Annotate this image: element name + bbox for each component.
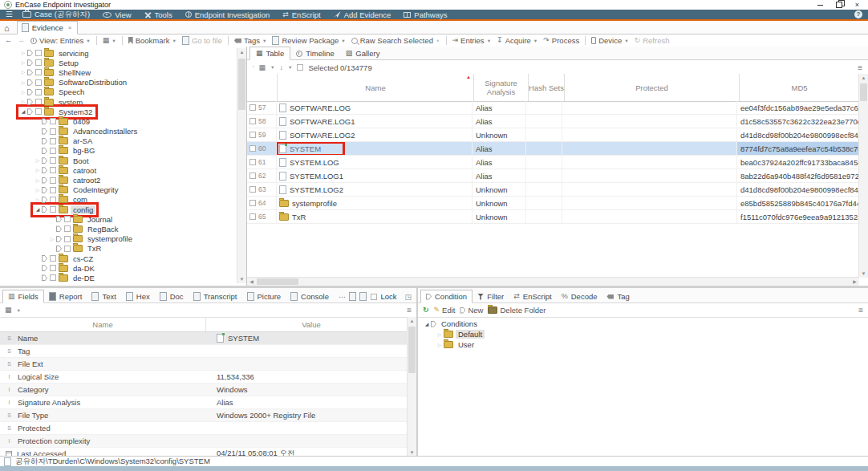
toolbar-view-entries-button[interactable]: View: Entries▼ [30, 36, 91, 45]
tree-checkbox[interactable] [50, 197, 56, 203]
table-row[interactable]: 58SOFTWARE.LOG1Aliasd1c58c53557c3622c322… [247, 115, 859, 128]
tab-hex[interactable]: Hex [121, 290, 155, 302]
toolbar-back-arrow-icon[interactable]: ← [5, 37, 12, 44]
chevron-down-icon[interactable]: ▼ [533, 39, 537, 43]
tree-item-bg-bg[interactable]: bg-BG [0, 146, 236, 156]
tab-enscript[interactable]: ⇄EnScript [509, 290, 556, 302]
tree-checkbox[interactable] [50, 138, 56, 144]
set-include-icon[interactable] [27, 79, 33, 86]
collapse-icon[interactable]: ◢ [34, 206, 42, 213]
set-include-icon[interactable] [42, 187, 47, 193]
set-include-icon[interactable] [42, 148, 47, 154]
tree-vertical-scrollbar[interactable]: ▲ ▼ [237, 48, 246, 283]
expand-icon[interactable]: ▷ [34, 187, 42, 193]
toolbar-refresh-button[interactable]: ↻Refresh [635, 36, 670, 45]
tree-checkbox[interactable] [35, 108, 42, 115]
expand-icon[interactable]: ▷ [19, 50, 27, 56]
tree-checkbox[interactable] [50, 177, 56, 184]
table-row[interactable]: 64systemprofileUnknowne85bd58525889b845c… [247, 197, 859, 210]
set-include-icon[interactable] [42, 265, 47, 271]
field-row-logical-size[interactable]: ILogical Size11,534,336 [0, 371, 416, 384]
field-row-category[interactable]: ICategoryWindows [0, 384, 416, 396]
tree-item-ar-sa[interactable]: ar-SA [0, 136, 236, 146]
toolbar-go-to-file-button[interactable]: Go to file [182, 36, 222, 45]
set-include-icon[interactable] [42, 128, 47, 135]
tree-checkbox[interactable] [50, 128, 56, 135]
tree-checkbox[interactable] [35, 79, 42, 86]
set-include-icon[interactable] [27, 99, 33, 105]
expand-icon[interactable]: ▷ [19, 59, 27, 66]
expand-icon[interactable]: ▷ [436, 342, 444, 348]
tab-tag[interactable]: Tag [602, 290, 634, 302]
column-header-signature-analysis[interactable]: Signature Analysis [474, 74, 529, 101]
refresh-icon[interactable]: ↻ [423, 307, 429, 314]
scroll-up-icon[interactable]: ▲ [859, 74, 868, 82]
toolbar-entries-button[interactable]: ⇥Entries▼ [452, 36, 492, 45]
table-row[interactable]: 57SOFTWARE.LOGAliasee04f3fdc156ab89ae29e… [247, 101, 859, 115]
field-row-file-type[interactable]: SFile TypeWindows 2000+ Registry File [0, 409, 416, 422]
fields-column-name[interactable]: Name [0, 318, 206, 331]
tree-checkbox[interactable] [50, 206, 56, 213]
toolbar-layout-icon-button[interactable]: ▦▼ [103, 37, 116, 44]
set-include-icon[interactable] [42, 138, 47, 144]
toolbar-raw-search-selected-button[interactable]: Raw Search Selected▼ [351, 36, 440, 45]
row-checkbox[interactable] [249, 132, 256, 138]
field-row-signature-analysis[interactable]: ISignature AnalysisAlias [0, 396, 416, 409]
tab-condition[interactable]: Condition [420, 290, 473, 303]
tree-item-catroot2[interactable]: ▷catroot2 [0, 175, 236, 185]
column-header-protected[interactable]: Protected [565, 74, 740, 101]
tree-item-systemprofile[interactable]: ▷systemprofile [0, 234, 236, 244]
menu-item-view[interactable]: View [103, 10, 131, 19]
tree-checkbox[interactable] [50, 255, 56, 262]
tab-text[interactable]: Text [87, 290, 120, 302]
menu-item-tools[interactable]: Tools [144, 10, 172, 19]
table-horizontal-scrollbar[interactable]: ◀ ▶ [247, 277, 859, 286]
tree-item-config[interactable]: ◢config [0, 205, 236, 214]
lock-checkbox[interactable] [371, 294, 377, 300]
splitter-pin-icon[interactable]: ' [253, 64, 254, 71]
tree-item-system[interactable]: ▷system [0, 97, 236, 107]
column-header-name[interactable]: Name ▲ [278, 74, 474, 101]
set-include-icon[interactable] [42, 274, 47, 281]
home-icon[interactable]: ⌂ [4, 23, 10, 33]
set-include-icon[interactable] [27, 108, 33, 115]
chevron-down-icon[interactable]: ▼ [270, 65, 274, 70]
set-include-icon[interactable] [56, 216, 62, 222]
set-include-icon[interactable] [27, 89, 33, 95]
toolbar-forward-arrow-icon[interactable]: → [18, 37, 25, 44]
tree-item-servicing[interactable]: ▷servicing [0, 48, 236, 58]
set-include-icon[interactable] [27, 59, 33, 66]
delete-folder-button[interactable]: Delete Folder [488, 306, 546, 315]
tree-checkbox[interactable] [50, 118, 56, 124]
scroll-up-icon[interactable]: ▲ [408, 317, 416, 325]
field-row-file-ext[interactable]: SFile Ext [0, 358, 416, 371]
select-all-checkbox[interactable] [297, 64, 303, 71]
expand-icon[interactable]: ▷ [436, 331, 444, 338]
table-scroll-thumb[interactable] [860, 83, 867, 101]
panel-menu-icon[interactable]: ≡ [858, 63, 862, 72]
tree-checkbox[interactable] [35, 59, 42, 66]
tree-scroll-thumb[interactable] [238, 59, 245, 110]
row-checkbox[interactable] [249, 118, 256, 124]
tree-checkbox[interactable] [50, 265, 56, 271]
tab-close-icon[interactable]: × [68, 24, 72, 31]
tab-timeline[interactable]: Timeline [290, 47, 340, 59]
table-row[interactable]: 61SYSTEM.LOGAliasbea0c37924a202ffc91733b… [247, 156, 859, 169]
toolbar-bookmark-button[interactable]: Bookmark▼ [128, 36, 176, 45]
fields-layout-icon[interactable]: ▦ [5, 307, 12, 314]
chevron-down-icon[interactable]: ▼ [436, 39, 440, 43]
expand-icon[interactable]: ▷ [19, 99, 27, 105]
table-layout-icon[interactable]: ▦ [259, 64, 266, 71]
row-checkbox[interactable] [249, 186, 256, 193]
field-row-protection-complexity[interactable]: IProtection complexity [0, 435, 416, 448]
field-row-name[interactable]: SNameSYSTEM [0, 332, 416, 345]
tab-transcript[interactable]: Transcript [189, 290, 242, 302]
tree-item-boot[interactable]: ▷Boot [0, 156, 236, 165]
tree-checkbox[interactable] [35, 69, 42, 75]
table-row[interactable]: 60SYSTEMAlias8774fd7c75a8a9eefea7c54b538… [247, 142, 859, 156]
tree-checkbox[interactable] [64, 216, 71, 222]
tab-gallery[interactable]: ▨Gallery [340, 47, 386, 59]
set-include-icon[interactable] [42, 167, 47, 173]
set-include-icon[interactable] [42, 177, 47, 184]
set-include-icon[interactable] [42, 118, 47, 124]
